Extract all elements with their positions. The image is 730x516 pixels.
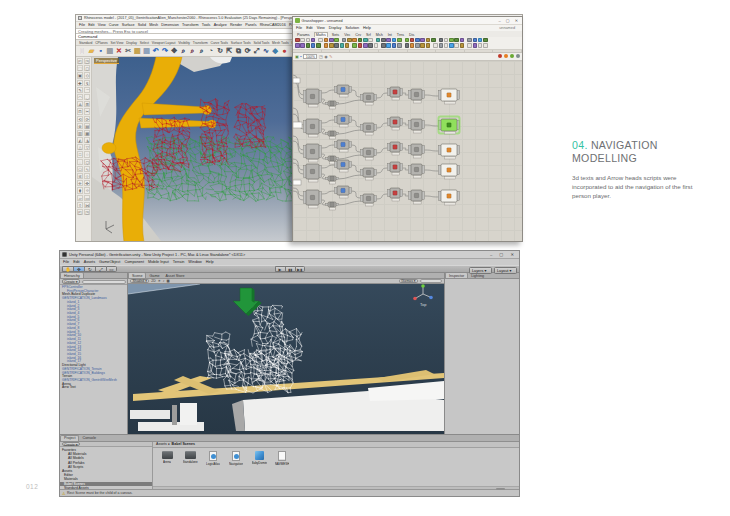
rhino-menu-item[interactable]: Surface (122, 23, 135, 27)
grasshopper-component-icon[interactable] (478, 38, 483, 43)
rhino-dock-icon[interactable]: ⬡ (84, 159, 90, 165)
pan-icon[interactable]: ✥ (170, 47, 179, 56)
rhino-dock-icon[interactable]: ◠ (77, 94, 83, 100)
rhino-left-toolbar[interactable]: ◰◳⬚◻▣◇✚↯✎⌒◠◡⟁⊞⊡✂⟲⟳⊕▤▥▦◭◮△▽□○◌⬡⬠∿≋⊹✛✜⧫⟐▱▭… (76, 57, 92, 241)
rhino-dock-icon[interactable]: ○ (84, 151, 90, 157)
grasshopper-component-icon[interactable] (433, 43, 438, 48)
save-icon[interactable]: ▪ (300, 54, 301, 59)
tab-hierarchy[interactable]: Hierarchy (60, 272, 84, 278)
hand-tool[interactable]: ✋ (62, 266, 73, 273)
rhino-dock-icon[interactable]: ◭ (77, 137, 83, 143)
slider-handle[interactable] (496, 488, 505, 490)
grasshopper-component-icon[interactable] (329, 43, 334, 48)
rhino-toolbar-tab[interactable]: Solid Tools (253, 41, 269, 45)
rhino-dock-icon[interactable]: ◇ (84, 72, 90, 78)
grasshopper-component-icon[interactable] (454, 43, 459, 48)
grasshopper-component-icon[interactable] (368, 43, 373, 48)
status-message[interactable]: Rect Scene must be the child of a canvas… (67, 491, 132, 495)
grasshopper-component-icon[interactable] (460, 43, 465, 48)
step-button[interactable]: ▶▮ (295, 266, 305, 273)
grasshopper-component-icon[interactable] (376, 38, 381, 43)
layout-dropdown[interactable]: Layout ▾ (494, 267, 517, 274)
preview-green-icon[interactable] (510, 54, 515, 59)
project-create-button[interactable]: Create ▾ (62, 442, 81, 446)
rhino-menu-item[interactable]: Render (230, 23, 242, 27)
grasshopper-component-icon[interactable] (324, 38, 329, 43)
grasshopper-component-icon[interactable] (392, 38, 397, 43)
asset-item[interactable]: NAVMESH (274, 451, 290, 466)
rhino-menu-item[interactable]: Dimension (161, 23, 178, 27)
rhino-toolbar-tab[interactable]: Standard (79, 41, 92, 45)
hierarchy-search-input[interactable] (82, 280, 126, 284)
grasshopper-component-icon[interactable] (329, 38, 334, 43)
rhino-dock-icon[interactable]: ⟁ (77, 101, 83, 107)
grasshopper-component-icon[interactable] (473, 43, 478, 48)
rhino-dock-icon[interactable]: ◊ (77, 202, 83, 208)
scene-tab[interactable]: Scene (128, 272, 146, 278)
grasshopper-component-icon[interactable] (426, 38, 431, 43)
scale-tool[interactable]: ⤢ (95, 266, 106, 273)
effects-toggle-icon[interactable]: ▦ (166, 279, 169, 283)
grasshopper-component-icon[interactable] (439, 43, 444, 48)
rhino-menu-item[interactable]: Transform (182, 23, 199, 27)
shading-mode-dropdown[interactable]: Shaded ▾ (130, 279, 149, 283)
rhino-dock-icon[interactable]: ⧫ (77, 187, 83, 193)
grasshopper-component-icon[interactable] (405, 43, 410, 48)
2d-toggle[interactable]: 2D (151, 279, 155, 283)
rhino-dock-icon[interactable]: ◻ (84, 65, 90, 71)
rhino-dock-icon[interactable]: ◰ (77, 58, 83, 64)
rhino-toolbar-tab[interactable]: Surface Tools (231, 41, 251, 45)
rhino-dock-icon[interactable]: △ (77, 144, 83, 150)
rhino-dock-icon[interactable]: ▽ (84, 144, 90, 150)
grasshopper-component-icon[interactable] (410, 43, 415, 48)
rhino-dock-icon[interactable]: ⊕ (77, 123, 83, 129)
rhino-dock-icon[interactable]: ⟲ (77, 116, 83, 122)
grasshopper-component-icon[interactable] (449, 38, 454, 43)
paste-icon[interactable]: ▦ (142, 47, 151, 56)
zoom-level[interactable]: 100% (303, 54, 317, 59)
grasshopper-component-icon[interactable] (386, 38, 391, 43)
grasshopper-component-icon[interactable] (295, 38, 300, 43)
rhino-toolbar-tab[interactable]: Curve Tools (211, 41, 228, 45)
delete-icon[interactable]: ✕ (115, 47, 124, 56)
asset-zoom-slider[interactable] (153, 486, 519, 489)
unity-window-buttons[interactable]: – ▢ ✕ (490, 252, 517, 257)
grasshopper-component-icon[interactable] (340, 43, 345, 48)
grasshopper-component-icon[interactable] (306, 38, 311, 43)
rhino-dock-icon[interactable]: □ (77, 151, 83, 157)
grasshopper-component-icon[interactable] (473, 38, 478, 43)
grasshopper-menu-item[interactable]: Display (329, 26, 341, 30)
preview-red-icon[interactable] (498, 54, 503, 59)
grasshopper-component-icon[interactable] (316, 43, 321, 48)
unity-menu-item[interactable]: Assets (84, 260, 95, 264)
sketch-icon[interactable]: ✎ (329, 54, 332, 59)
grasshopper-component-icon[interactable] (306, 43, 311, 48)
rhino-menu-item[interactable]: RhinoCAM2016 (260, 23, 286, 27)
audio-toggle-icon[interactable]: ♪ (163, 279, 165, 283)
unity-menu-item[interactable]: Terrain (173, 260, 185, 264)
layers-dropdown[interactable]: Layers ▾ (469, 267, 492, 274)
preview-gray-icon[interactable] (516, 54, 521, 59)
rhino-toolbar-tab[interactable]: Display (126, 41, 137, 45)
grasshopper-component-icon[interactable] (415, 43, 420, 48)
rhino-dock-icon[interactable]: ⬚ (77, 65, 83, 71)
grasshopper-component-icon[interactable] (415, 38, 420, 43)
unity-play-controls[interactable]: ▶▮▮▶▮ (275, 266, 305, 273)
view-icon[interactable]: ◉ (324, 54, 328, 59)
grasshopper-menu-item[interactable]: Edit (306, 26, 313, 30)
grasshopper-component-icon[interactable] (478, 43, 483, 48)
rhino-dock-icon[interactable]: ▤ (84, 123, 90, 129)
rhino-dock-icon[interactable]: ∿ (84, 166, 90, 172)
surface-icon[interactable]: ◆ (271, 47, 280, 56)
grasshopper-component-icon[interactable] (467, 43, 472, 48)
curve-icon[interactable]: ∿ (262, 47, 271, 56)
rhino-dock-icon[interactable]: ▭ (84, 195, 90, 201)
rhino-menu-item[interactable]: View (98, 23, 106, 27)
rhino-dock-icon[interactable]: ⬠ (77, 166, 83, 172)
unity-menu-item[interactable]: Edit (73, 260, 80, 264)
rhino-toolbar-tab[interactable]: Select (140, 41, 149, 45)
rhino-dock-icon[interactable]: ▣ (77, 72, 83, 78)
rect-tool[interactable]: ▭ (106, 266, 117, 273)
rhino-menu-item[interactable]: Solid (138, 23, 146, 27)
unity-menu-item[interactable]: GameObject (99, 260, 120, 264)
